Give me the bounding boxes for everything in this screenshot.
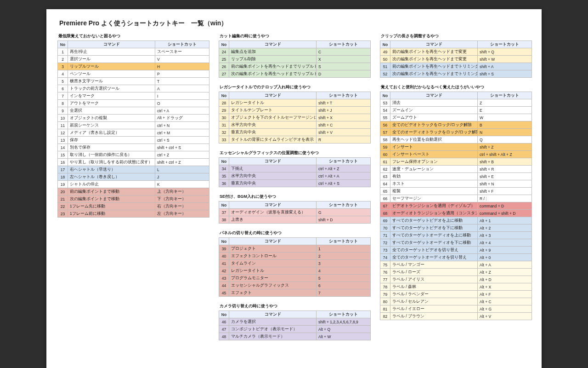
cell-no: 58 — [380, 136, 390, 144]
table-row: 10オブジェクトの複製Alt + ドラッグ — [58, 115, 209, 122]
cell-command: 右へシャトル（早送り） — [68, 166, 155, 173]
cell-no: 11 — [58, 122, 68, 129]
cell-no: 64 — [380, 180, 390, 188]
cell-command: ラベル / アイリス — [390, 276, 478, 283]
cell-shortcut: Alt + G — [478, 305, 532, 313]
cell-command: すべてのターゲットオーディオを下に移動 — [390, 239, 478, 247]
table-row: 66セーフマージンR / : — [380, 195, 532, 202]
cell-command: オブジェクトを下のタイトルセーフマージンに配置 — [229, 114, 317, 121]
cell-shortcut: 左（方向キー） — [155, 210, 209, 218]
cell-command: 全選択 — [68, 107, 155, 115]
table-row: 37オーディオゲイン（波形を直接変える）G — [219, 209, 371, 216]
cell-no: 12 — [58, 129, 68, 137]
cell-shortcut: D — [317, 70, 371, 78]
block-heading: レガシータイトルでのテロップ入れ時に使うやつ — [219, 83, 371, 92]
cell-no: 57 — [380, 129, 390, 136]
cell-no: 68 — [380, 210, 390, 217]
cell-command: トラックの前方選択ツール — [68, 85, 155, 92]
col-header-no: No — [219, 92, 229, 99]
cell-shortcut: B — [478, 121, 532, 129]
table-row: 14別名で保存shift + ctrl + S — [58, 144, 209, 151]
table-row: 72すべてのターゲットオーディオを下に移動Alt + 4 — [380, 239, 532, 247]
cell-no: 8 — [58, 100, 68, 107]
cell-shortcut: shift + D — [317, 216, 371, 224]
cell-no: 35 — [219, 172, 229, 180]
cell-no: 17 — [58, 166, 68, 173]
cell-shortcut: command + D — [478, 202, 532, 210]
cell-shortcut: Alt + X — [478, 283, 532, 291]
col-header-cmd: コマンド — [229, 41, 317, 48]
cell-shortcut: Alt + A — [478, 261, 532, 269]
column-3: クリップの長さを調整するやつNoコマンドショートカット49前の編集ポイントを再生… — [380, 32, 532, 326]
table-block: パネルの切り替えの時に使うやつNoコマンドショートカット39プロジェクト140エ… — [219, 229, 371, 297]
cell-no: 75 — [380, 261, 390, 269]
cell-no: 6 — [58, 85, 68, 92]
cell-no: 7 — [58, 92, 68, 100]
cell-command: やり直し（取り消しをする前の状態に戻す） — [68, 159, 155, 166]
cell-no: 5 — [58, 78, 68, 85]
cell-shortcut: 1 — [317, 245, 371, 253]
cell-no: 15 — [58, 151, 68, 159]
cell-command: インサート — [390, 144, 478, 151]
cell-no: 70 — [380, 224, 390, 232]
cell-no: 46 — [219, 318, 229, 326]
cell-no: 39 — [219, 245, 229, 253]
cell-no: 10 — [58, 115, 68, 122]
cell-command: ラベル / マンゴー — [390, 261, 478, 269]
cell-command: セーフマージン — [390, 195, 478, 202]
cell-command: 前の編集ポイントを再生ヘッドまで変更 — [390, 48, 478, 56]
table-row: 29タイトルテンプレートshift + J — [219, 107, 371, 114]
cell-no: 16 — [58, 159, 68, 166]
table-row: 38上書きshift + D — [219, 216, 371, 224]
cell-shortcut: G — [317, 209, 371, 216]
cell-shortcut: ctrl + Alt + A — [317, 172, 371, 180]
shortcut-table: Noコマンドショートカット34下揃えctrl + Alt + Z35水平方向中央… — [219, 157, 371, 187]
cell-command: オーディオトランジションを適用（コンスタントパワー） — [390, 210, 478, 217]
col-header-sc: ショートカット — [155, 41, 209, 48]
cell-shortcut: C — [317, 48, 371, 56]
cell-shortcut: O — [155, 100, 209, 107]
cell-no: 62 — [380, 166, 390, 173]
table-row: 81ラベル / イエローAlt + G — [380, 305, 532, 313]
cell-no: 71 — [380, 232, 390, 239]
cell-command: プロジェクト — [229, 245, 317, 253]
table-row: 17右へシャトル（早送り）L — [58, 166, 209, 173]
cell-command: プログラムモニター — [229, 275, 317, 282]
cell-shortcut: shift + V — [317, 129, 371, 136]
cell-no: 73 — [380, 247, 390, 254]
cell-shortcut: shift + E — [478, 173, 532, 180]
cell-shortcut: K — [155, 181, 209, 188]
cell-shortcut: Alt + 1 — [478, 217, 532, 224]
cell-shortcut: Alt + C — [478, 298, 532, 305]
cell-command: エフェクトコントロール — [229, 253, 317, 260]
col-header-cmd: コマンド — [229, 158, 317, 165]
cell-shortcut: ctrl + S — [155, 137, 209, 144]
table-row: 43プログラムモニター5 — [219, 275, 371, 282]
col-header-sc: ショートカット — [317, 201, 371, 209]
cell-shortcut: S — [317, 63, 371, 70]
cell-command: 横書き文字ツール — [68, 78, 155, 85]
cell-command: 次の編集ポイントまで移動 — [68, 196, 155, 203]
table-row: 221フレーム先に移動右（方向キー） — [58, 203, 209, 210]
col-header-sc: ショートカット — [478, 41, 532, 48]
col-header-no: No — [219, 201, 229, 209]
table-block: クリップの長さを調整するやつNoコマンドショートカット49前の編集ポイントを再生… — [380, 32, 532, 78]
table-row: 9全選択ctrl + A — [58, 107, 209, 115]
table-row: 20前の編集ポイントまで移動上（方向キー） — [58, 188, 209, 196]
cell-command: 保存 — [68, 137, 155, 144]
cell-no: 63 — [380, 173, 390, 180]
cell-shortcut: Alt + V — [478, 313, 532, 320]
cell-command: リップル削除 — [229, 56, 317, 63]
col-header-sc: ショートカット — [478, 92, 532, 99]
cell-shortcut: Alt + ドラッグ — [155, 115, 209, 122]
cell-shortcut: Alt + W — [317, 333, 371, 340]
col-header-cmd: コマンド — [229, 92, 317, 99]
cell-shortcut: Alt + Z — [478, 269, 532, 276]
cell-command: 別名で保存 — [68, 144, 155, 151]
cell-no: 47 — [219, 326, 229, 333]
cell-command: シャトルの停止 — [68, 181, 155, 188]
cell-command: カメラを選択 — [229, 318, 317, 326]
cell-command: レガシータイトル — [229, 267, 317, 275]
cell-command: インサートペースト — [390, 151, 478, 158]
cell-shortcut: ctrl + Alt + S — [317, 180, 371, 187]
